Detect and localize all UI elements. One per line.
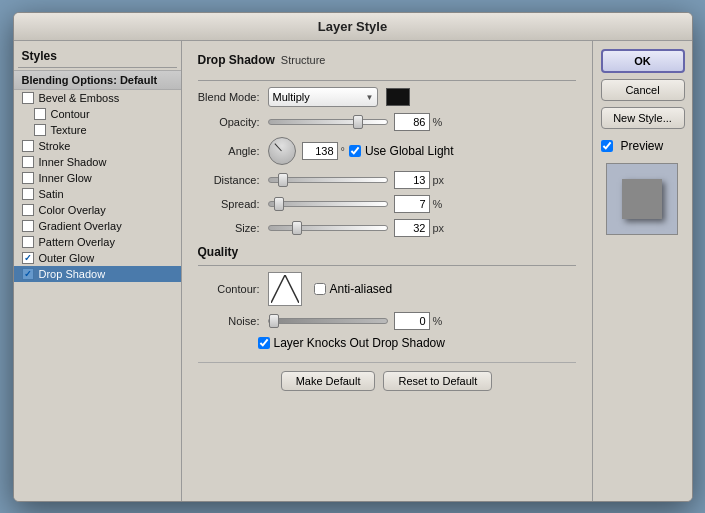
drop-shadow-checkbox[interactable] (22, 268, 34, 280)
shadow-color-swatch[interactable] (386, 88, 410, 106)
sidebar-item-gradient-overlay[interactable]: Gradient Overlay (14, 218, 181, 234)
noise-row: Noise: % (198, 312, 576, 330)
gradient-overlay-label: Gradient Overlay (39, 220, 122, 232)
sidebar-item-color-overlay[interactable]: Color Overlay (14, 202, 181, 218)
sidebar-item-bevel-emboss[interactable]: Bevel & Emboss (14, 90, 181, 106)
opacity-thumb[interactable] (353, 115, 363, 129)
layer-style-dialog: Layer Style Styles Blending Options: Def… (13, 12, 693, 502)
ok-button[interactable]: OK (601, 49, 685, 73)
bevel-emboss-label: Bevel & Emboss (39, 92, 120, 104)
noise-label: Noise: (198, 315, 268, 327)
sidebar-item-stroke[interactable]: Stroke (14, 138, 181, 154)
opacity-input[interactable] (394, 113, 430, 131)
spread-slider[interactable] (268, 201, 388, 207)
size-input[interactable] (394, 219, 430, 237)
layer-knocks-checkbox[interactable] (258, 337, 270, 349)
distance-slider[interactable] (268, 177, 388, 183)
sidebar-item-texture[interactable]: Texture (14, 122, 181, 138)
noise-thumb[interactable] (269, 314, 279, 328)
bottom-buttons: Make Default Reset to Default (198, 362, 576, 391)
layer-knocks-row: Layer Knocks Out Drop Shadow (198, 336, 576, 350)
spread-label: Spread: (198, 198, 268, 210)
blending-options-item[interactable]: Blending Options: Default (14, 70, 181, 90)
quality-divider (198, 265, 576, 266)
angle-indicator (274, 143, 281, 151)
opacity-unit: % (433, 116, 443, 128)
use-global-light-label: Use Global Light (365, 144, 454, 158)
preview-checkbox[interactable] (601, 140, 613, 152)
sidebar-item-pattern-overlay[interactable]: Pattern Overlay (14, 234, 181, 250)
quality-section: Quality Contour: Anti-aliased (198, 245, 576, 330)
sidebar-item-outer-glow[interactable]: Outer Glow (14, 250, 181, 266)
spread-thumb[interactable] (274, 197, 284, 211)
noise-slider[interactable] (268, 318, 388, 324)
styles-header: Styles (14, 45, 181, 65)
angle-input[interactable] (302, 142, 338, 160)
contour-checkbox[interactable] (34, 108, 46, 120)
distance-label: Distance: (198, 174, 268, 186)
distance-unit: px (433, 174, 445, 186)
noise-input[interactable] (394, 312, 430, 330)
make-default-button[interactable]: Make Default (281, 371, 376, 391)
inner-glow-checkbox[interactable] (22, 172, 34, 184)
sidebar-item-drop-shadow[interactable]: Drop Shadow (14, 266, 181, 282)
stroke-label: Stroke (39, 140, 71, 152)
layer-knocks-label: Layer Knocks Out Drop Shadow (274, 336, 445, 350)
pattern-overlay-checkbox[interactable] (22, 236, 34, 248)
section-title: Drop Shadow (198, 53, 275, 67)
divider (18, 67, 177, 68)
color-overlay-checkbox[interactable] (22, 204, 34, 216)
angle-row: Angle: ° Use Global Light (198, 137, 576, 165)
spread-row: Spread: % (198, 195, 576, 213)
opacity-row: Opacity: % (198, 113, 576, 131)
bevel-emboss-checkbox[interactable] (22, 92, 34, 104)
new-style-button[interactable]: New Style... (601, 107, 685, 129)
reset-default-button[interactable]: Reset to Default (383, 371, 492, 391)
inner-glow-label: Inner Glow (39, 172, 92, 184)
inner-shadow-checkbox[interactable] (22, 156, 34, 168)
angle-dial[interactable] (268, 137, 296, 165)
sidebar-item-inner-shadow[interactable]: Inner Shadow (14, 154, 181, 170)
right-panel: OK Cancel New Style... Preview (592, 41, 692, 501)
preview-box (606, 163, 678, 235)
size-label: Size: (198, 222, 268, 234)
outer-glow-checkbox[interactable] (22, 252, 34, 264)
gradient-overlay-checkbox[interactable] (22, 220, 34, 232)
contour-preview[interactable] (268, 272, 302, 306)
stroke-checkbox[interactable] (22, 140, 34, 152)
satin-checkbox[interactable] (22, 188, 34, 200)
use-global-light-checkbox[interactable] (349, 145, 361, 157)
blend-mode-label: Blend Mode: (198, 91, 268, 103)
opacity-slider[interactable] (268, 119, 388, 125)
spread-input[interactable] (394, 195, 430, 213)
drop-shadow-label: Drop Shadow (39, 268, 106, 280)
distance-thumb[interactable] (278, 173, 288, 187)
anti-aliased-checkbox[interactable] (314, 283, 326, 295)
size-slider[interactable] (268, 225, 388, 231)
preview-label: Preview (621, 139, 664, 153)
anti-aliased-label: Anti-aliased (330, 282, 393, 296)
angle-unit: ° (341, 145, 345, 157)
main-content: Drop Shadow Structure Blend Mode: Multip… (182, 41, 592, 501)
contour-row: Contour: Anti-aliased (198, 272, 576, 306)
preview-inner (622, 179, 662, 219)
blend-mode-row: Blend Mode: Multiply Normal Screen Overl… (198, 87, 576, 107)
sidebar-item-satin[interactable]: Satin (14, 186, 181, 202)
spread-unit: % (433, 198, 443, 210)
left-panel: Styles Blending Options: Default Bevel &… (14, 41, 182, 501)
distance-input[interactable] (394, 171, 430, 189)
dialog-title: Layer Style (14, 13, 692, 41)
blend-mode-select[interactable]: Multiply Normal Screen Overlay (268, 87, 378, 107)
outer-glow-label: Outer Glow (39, 252, 95, 264)
contour-label: Contour: (198, 283, 268, 295)
texture-checkbox[interactable] (34, 124, 46, 136)
opacity-label: Opacity: (198, 116, 268, 128)
sidebar-item-contour[interactable]: Contour (14, 106, 181, 122)
sidebar-item-inner-glow[interactable]: Inner Glow (14, 170, 181, 186)
size-thumb[interactable] (292, 221, 302, 235)
cancel-button[interactable]: Cancel (601, 79, 685, 101)
distance-row: Distance: px (198, 171, 576, 189)
size-row: Size: px (198, 219, 576, 237)
contour-label: Contour (51, 108, 90, 120)
preview-row: Preview (601, 139, 684, 153)
